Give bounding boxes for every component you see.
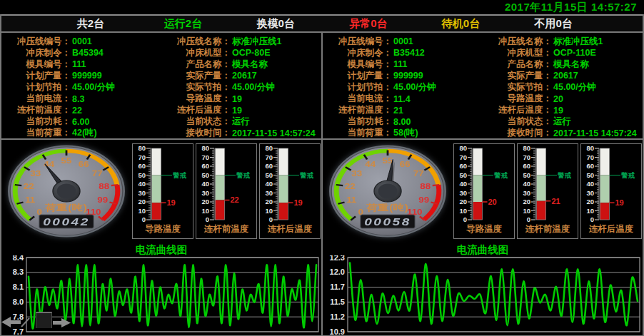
info-row: 实际节拍：45.00/分钟	[483, 81, 643, 93]
info-value: 模具名称	[232, 58, 268, 71]
warn-label: 警戒	[299, 171, 314, 179]
svg-text:8.1: 8.1	[12, 282, 23, 291]
current-curve-line	[29, 265, 316, 328]
info-label: 连杆前温度：	[1, 104, 71, 116]
svg-text:88: 88	[99, 182, 109, 190]
press-line-panel-1: 冲压线编号：0001冲床制令：B45394模具编号：111计划产量：999999…	[1, 33, 321, 335]
info-row: 导路温度：20	[483, 93, 643, 104]
info-row: 产品名称：模具名称	[161, 58, 321, 70]
panels-container: 冲压线编号：0001冲床制令：B45394模具编号：111计划产量：999999…	[1, 33, 643, 335]
svg-text:66: 66	[79, 160, 89, 168]
thermometer-label: 连杆前温度	[196, 223, 256, 235]
info-label: 当前荷重：	[1, 127, 71, 139]
svg-text:77: 77	[92, 169, 103, 178]
info-label: 当前荷重：	[323, 127, 392, 139]
info-value: 模具名称	[553, 58, 589, 71]
info-value: 19	[553, 106, 563, 116]
info-value: B45394	[72, 48, 104, 58]
info-row: 连杆后温度：19	[161, 105, 321, 116]
thermometer-label: 导路温度	[133, 223, 193, 235]
svg-text:11.2: 11.2	[330, 312, 345, 321]
svg-text:60: 60	[459, 162, 467, 170]
svg-text:10: 10	[523, 207, 530, 215]
svg-text:50: 50	[201, 171, 209, 179]
thermometer-svg: 80706050403020100警戒20	[456, 146, 513, 224]
thermometer-label: 导路温度	[454, 223, 514, 235]
info-label: 计划节拍：	[1, 81, 71, 93]
svg-text:88: 88	[420, 182, 431, 190]
svg-text:10: 10	[138, 207, 146, 215]
svg-text:10: 10	[586, 207, 594, 215]
info-label: 冲压线编号：	[1, 36, 71, 48]
info-row: 当前功耗：8.00	[323, 116, 483, 128]
info-column-left: 冲压线编号：0001冲床制令：B35412模具编号：111计划产量：999999…	[323, 36, 483, 138]
info-label: 产品名称：	[161, 58, 231, 71]
svg-text:40: 40	[459, 180, 467, 188]
info-row: 当前状态：运行	[161, 116, 321, 128]
window-button-icon[interactable]	[36, 312, 52, 328]
svg-text:11: 11	[346, 196, 356, 205]
info-label: 接收时间：	[161, 127, 231, 139]
gauge-readout: 00042	[43, 215, 90, 228]
info-value: 6.00	[72, 117, 89, 127]
svg-text:11: 11	[25, 196, 35, 205]
info-row: 模具编号：111	[1, 58, 161, 70]
info-label: 计划产量：	[323, 70, 392, 82]
thermometer-导路温度: 80706050403020100警戒20导路温度	[453, 143, 515, 239]
svg-text:80: 80	[201, 146, 209, 152]
svg-text:60: 60	[138, 162, 146, 170]
info-label: 连杆前温度：	[323, 104, 392, 116]
info-value: 19	[232, 94, 242, 104]
info-value: 45.00/分钟	[393, 81, 436, 93]
svg-text:0: 0	[527, 215, 530, 223]
svg-text:0: 0	[142, 215, 146, 223]
svg-text:20: 20	[523, 198, 530, 205]
info-label: 接收时间：	[483, 127, 552, 139]
status-item: 运行2台	[137, 17, 230, 31]
warn-label: 警戒	[172, 171, 187, 179]
info-label: 当前电流：	[1, 93, 71, 105]
info-column-right: 冲压线名称：标准冲压线1冲床机型：OCP-80E产品名称：模具名称实际产量：20…	[161, 36, 321, 138]
svg-text:50: 50	[586, 171, 594, 179]
info-value: 0001	[72, 36, 92, 46]
info-value: 0001	[393, 36, 413, 46]
forward-arrow-icon[interactable]	[53, 318, 71, 327]
info-value: 2017-11-15 14:57:24	[553, 128, 637, 138]
info-row: 连杆后温度：19	[483, 105, 643, 116]
info-row: 冲床机型：OCP-110E	[483, 47, 643, 58]
back-arrow-icon[interactable]	[1, 317, 21, 327]
svg-text:60: 60	[265, 162, 273, 170]
info-value: 2017-11-15 14:57:24	[232, 128, 316, 138]
info-label: 导路温度：	[483, 93, 552, 105]
svg-text:70: 70	[523, 153, 530, 161]
svg-text:30: 30	[586, 189, 594, 197]
thermometer-label: 连杆后温度	[260, 223, 320, 235]
info-value: 标准冲压线1	[553, 36, 603, 48]
svg-text:33: 33	[351, 169, 362, 178]
svg-text:11.5: 11.5	[330, 297, 345, 306]
thermometer-连杆后温度: 80706050403020100警戒19连杆后温度	[259, 143, 321, 239]
status-item: 待机0台	[415, 17, 508, 31]
info-row: 实际产量：20617	[483, 70, 643, 81]
svg-text:0: 0	[206, 215, 209, 223]
warn-label: 警戒	[557, 171, 572, 179]
info-label: 实际产量：	[161, 70, 231, 82]
thermometer-svg: 80706050403020100警戒21	[519, 146, 576, 224]
svg-text:70: 70	[586, 153, 594, 161]
svg-text:8.4: 8.4	[12, 255, 24, 262]
svg-text:70: 70	[265, 153, 273, 161]
info-row: 冲床制令：B35412	[323, 47, 483, 58]
svg-text:50: 50	[523, 171, 530, 179]
gauge-title: 荷重(吨)	[44, 203, 87, 213]
status-item: 异常0台	[322, 17, 415, 31]
info-value: 21	[393, 106, 403, 116]
svg-text:99: 99	[418, 196, 429, 205]
svg-text:44: 44	[365, 160, 376, 168]
thermometer-value: 22	[231, 195, 239, 204]
title-strip: 2017年11月15日 14:57:27	[0, 0, 644, 14]
svg-text:80: 80	[523, 146, 530, 152]
svg-text:70: 70	[459, 153, 467, 161]
info-label: 冲床机型：	[483, 47, 552, 59]
hmi-dashboard: 2017年11月15日 14:57:27 共2台 运行2台 换模0台 异常0台 …	[0, 0, 644, 336]
info-label: 计划节拍：	[323, 81, 392, 93]
